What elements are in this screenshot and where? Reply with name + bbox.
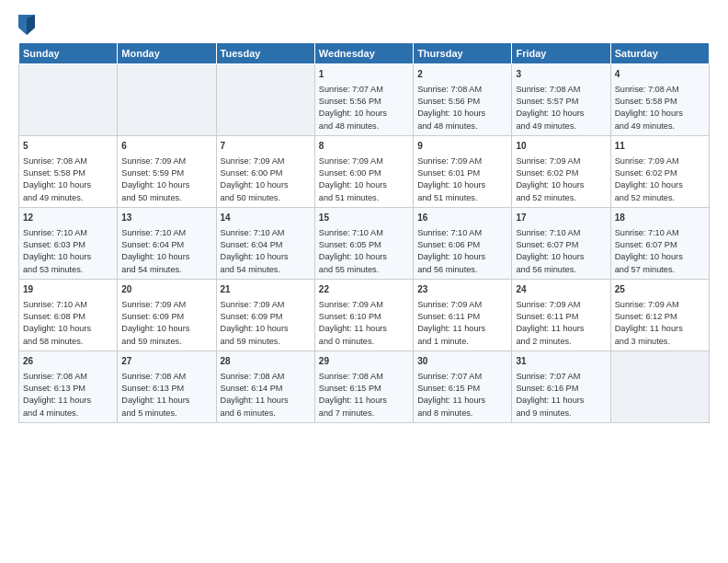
day-number: 21 <box>221 283 311 297</box>
day-cell: 3Sunrise: 7:08 AMSunset: 5:57 PMDaylight… <box>512 64 610 136</box>
day-cell <box>610 351 709 423</box>
day-cell: 31Sunrise: 7:07 AMSunset: 6:16 PMDayligh… <box>512 351 610 423</box>
day-cell: 1Sunrise: 7:07 AMSunset: 5:56 PMDaylight… <box>314 64 413 136</box>
day-cell: 6Sunrise: 7:09 AMSunset: 5:59 PMDaylight… <box>118 136 216 208</box>
day-number: 6 <box>121 140 211 154</box>
day-header-monday: Monday <box>118 43 216 64</box>
day-number: 29 <box>319 355 409 369</box>
day-number: 28 <box>221 355 311 369</box>
day-cell: 16Sunrise: 7:10 AMSunset: 6:06 PMDayligh… <box>414 208 512 280</box>
logo <box>18 15 39 35</box>
day-number: 7 <box>221 140 311 154</box>
day-cell: 30Sunrise: 7:07 AMSunset: 6:15 PMDayligh… <box>414 351 512 423</box>
day-cell: 17Sunrise: 7:10 AMSunset: 6:07 PMDayligh… <box>512 208 610 280</box>
day-cell: 13Sunrise: 7:10 AMSunset: 6:04 PMDayligh… <box>118 208 216 280</box>
day-cell: 15Sunrise: 7:10 AMSunset: 6:05 PMDayligh… <box>314 208 413 280</box>
day-number: 14 <box>221 212 311 225</box>
day-number: 3 <box>516 68 606 82</box>
day-cell: 5Sunrise: 7:08 AMSunset: 5:58 PMDaylight… <box>19 136 118 208</box>
day-number: 8 <box>319 140 409 154</box>
week-row-3: 12Sunrise: 7:10 AMSunset: 6:03 PMDayligh… <box>19 208 710 280</box>
day-header-thursday: Thursday <box>414 43 512 64</box>
header-row: SundayMondayTuesdayWednesdayThursdayFrid… <box>19 43 710 64</box>
week-row-2: 5Sunrise: 7:08 AMSunset: 5:58 PMDaylight… <box>19 136 710 208</box>
day-number: 12 <box>23 212 113 225</box>
day-cell: 21Sunrise: 7:09 AMSunset: 6:09 PMDayligh… <box>216 280 314 351</box>
calendar-table: SundayMondayTuesdayWednesdayThursdayFrid… <box>18 42 710 423</box>
day-header-saturday: Saturday <box>610 43 709 64</box>
day-number: 17 <box>516 212 606 225</box>
day-header-wednesday: Wednesday <box>314 43 413 64</box>
day-cell: 12Sunrise: 7:10 AMSunset: 6:03 PMDayligh… <box>19 208 118 280</box>
day-number: 27 <box>121 355 211 369</box>
day-number: 22 <box>319 283 409 297</box>
day-cell: 4Sunrise: 7:08 AMSunset: 5:58 PMDaylight… <box>610 64 709 136</box>
day-cell: 23Sunrise: 7:09 AMSunset: 6:11 PMDayligh… <box>414 280 512 351</box>
day-number: 13 <box>121 212 211 225</box>
day-cell: 27Sunrise: 7:08 AMSunset: 6:13 PMDayligh… <box>118 351 216 423</box>
day-cell: 28Sunrise: 7:08 AMSunset: 6:14 PMDayligh… <box>216 351 314 423</box>
day-cell <box>216 64 314 136</box>
header <box>18 15 710 35</box>
day-cell <box>19 64 118 136</box>
day-number: 1 <box>319 68 409 82</box>
logo-icon <box>18 15 35 35</box>
day-cell: 24Sunrise: 7:09 AMSunset: 6:11 PMDayligh… <box>512 280 610 351</box>
day-cell: 2Sunrise: 7:08 AMSunset: 5:56 PMDaylight… <box>414 64 512 136</box>
day-number: 2 <box>417 68 507 82</box>
day-cell: 29Sunrise: 7:08 AMSunset: 6:15 PMDayligh… <box>314 351 413 423</box>
day-number: 23 <box>417 283 507 297</box>
day-number: 10 <box>516 140 606 154</box>
day-cell: 9Sunrise: 7:09 AMSunset: 6:01 PMDaylight… <box>414 136 512 208</box>
day-number: 30 <box>417 355 507 369</box>
day-number: 11 <box>615 140 705 154</box>
day-cell: 22Sunrise: 7:09 AMSunset: 6:10 PMDayligh… <box>314 280 413 351</box>
week-row-5: 26Sunrise: 7:08 AMSunset: 6:13 PMDayligh… <box>19 351 710 423</box>
day-number: 18 <box>615 212 705 225</box>
day-cell: 19Sunrise: 7:10 AMSunset: 6:08 PMDayligh… <box>19 280 118 351</box>
day-number: 5 <box>23 140 113 154</box>
day-number: 15 <box>319 212 409 225</box>
day-number: 4 <box>615 68 705 82</box>
day-number: 16 <box>417 212 507 225</box>
day-number: 19 <box>23 283 113 297</box>
day-number: 25 <box>615 283 705 297</box>
day-cell: 14Sunrise: 7:10 AMSunset: 6:04 PMDayligh… <box>216 208 314 280</box>
day-header-sunday: Sunday <box>19 43 118 64</box>
day-cell: 7Sunrise: 7:09 AMSunset: 6:00 PMDaylight… <box>216 136 314 208</box>
day-cell: 8Sunrise: 7:09 AMSunset: 6:00 PMDaylight… <box>314 136 413 208</box>
day-number: 9 <box>417 140 507 154</box>
week-row-1: 1Sunrise: 7:07 AMSunset: 5:56 PMDaylight… <box>19 64 710 136</box>
day-cell: 20Sunrise: 7:09 AMSunset: 6:09 PMDayligh… <box>118 280 216 351</box>
day-header-tuesday: Tuesday <box>216 43 314 64</box>
day-header-friday: Friday <box>512 43 610 64</box>
day-cell: 25Sunrise: 7:09 AMSunset: 6:12 PMDayligh… <box>610 280 709 351</box>
week-row-4: 19Sunrise: 7:10 AMSunset: 6:08 PMDayligh… <box>19 280 710 351</box>
day-number: 24 <box>516 283 606 297</box>
day-cell: 18Sunrise: 7:10 AMSunset: 6:07 PMDayligh… <box>610 208 709 280</box>
day-cell: 26Sunrise: 7:08 AMSunset: 6:13 PMDayligh… <box>19 351 118 423</box>
day-cell: 11Sunrise: 7:09 AMSunset: 6:02 PMDayligh… <box>610 136 709 208</box>
day-number: 26 <box>23 355 113 369</box>
day-number: 20 <box>121 283 211 297</box>
day-cell: 10Sunrise: 7:09 AMSunset: 6:02 PMDayligh… <box>512 136 610 208</box>
day-number: 31 <box>516 355 606 369</box>
day-cell <box>118 64 216 136</box>
